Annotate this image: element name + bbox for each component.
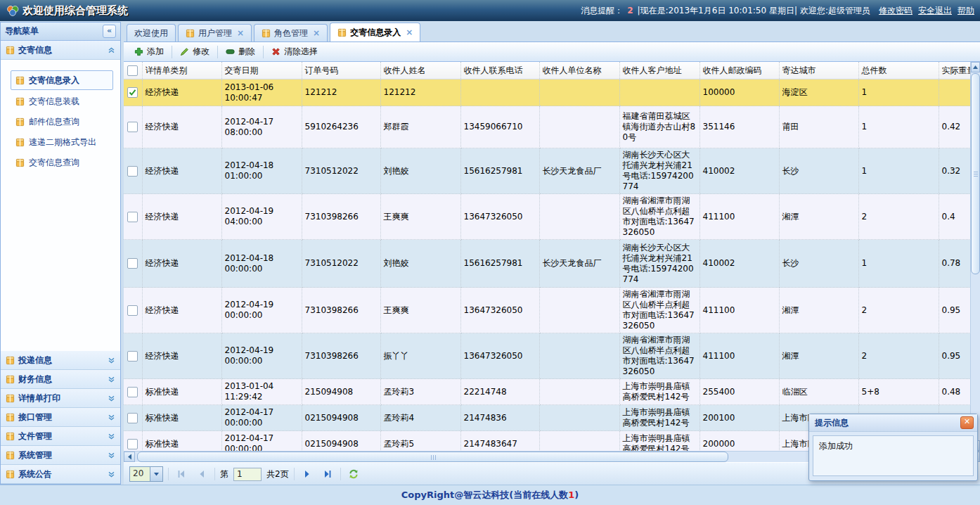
tab-close-icon[interactable]: × (406, 27, 413, 37)
row-checkbox[interactable] (127, 387, 138, 397)
package-icon (6, 356, 15, 365)
table-cell: 2012-04-17 08:00:00 (221, 106, 302, 148)
sidebar-item[interactable]: 邮件信息查询 (11, 113, 113, 131)
table-row[interactable]: 经济快递2012-04-19 04:00:007310398266王爽爽1364… (124, 194, 970, 240)
topbar-link[interactable]: 帮助 (958, 6, 974, 15)
popup-header[interactable]: 提示信息 ✕ (809, 414, 977, 432)
previous-page-button[interactable] (194, 466, 209, 482)
horizontal-scrollbar-thumb[interactable] (137, 452, 728, 462)
toolbar-button-add[interactable]: 添加 (128, 44, 170, 60)
table-cell: 215094908 (302, 379, 380, 405)
table-cell: 2 (858, 194, 939, 240)
grid-toolbar: 添加修改删除清除选择 (124, 42, 980, 62)
sidebar-item[interactable]: 交寄信息查询 (11, 153, 113, 172)
chevron-down-icon[interactable] (108, 452, 115, 459)
column-header[interactable]: 详情单类别 (142, 62, 221, 79)
column-header[interactable]: 实际重量 (939, 62, 970, 79)
column-header[interactable]: 收件人客户地址 (619, 62, 699, 79)
chevron-down-icon[interactable] (108, 357, 115, 364)
topbar-link[interactable]: 安全退出 (918, 6, 952, 15)
table-row[interactable]: 经济快递2012-04-18 00:00:007310512022刘艳姣1561… (124, 240, 970, 288)
table-row[interactable]: 经济快递2013-01-06 10:00:4712121212121210000… (124, 79, 970, 106)
message-count-badge[interactable]: 2 (627, 6, 633, 15)
row-checkbox[interactable] (127, 258, 138, 269)
chevron-down-icon[interactable] (108, 433, 115, 440)
column-header[interactable]: 订单号码 (302, 62, 380, 79)
scroll-up-icon[interactable] (971, 62, 980, 72)
column-header[interactable]: 交寄日期 (221, 62, 302, 79)
table-row[interactable]: 标准快递2013-01-04 11:29:42215094908孟玲莉32221… (124, 379, 970, 405)
close-icon[interactable]: ✕ (960, 416, 974, 429)
toolbar-button-delete[interactable]: 删除 (219, 44, 262, 60)
table-cell: 湖南省湘潭市雨湖区八仙桥半点利超市对面电话:13647326050 (619, 333, 699, 379)
chevron-down-icon[interactable] (108, 414, 115, 421)
table-cell: 湖南长沙天心区大托浦兴龙村兴浦21号电话:15974200774 (619, 148, 699, 194)
sidebar-item[interactable]: 交寄信息装载 (11, 92, 113, 110)
toolbar-button-clear-selection[interactable]: 清除选择 (265, 44, 324, 60)
sidebar-items: 交寄信息录入交寄信息装载邮件信息查询速递二期格式导出交寄信息查询 (1, 60, 120, 351)
row-checkbox[interactable] (127, 122, 138, 132)
chevron-up-icon[interactable] (108, 46, 115, 54)
tab-close-icon[interactable]: × (237, 28, 244, 38)
row-checkbox[interactable] (127, 87, 138, 98)
row-checkbox[interactable] (127, 439, 138, 449)
page-size-select[interactable]: 20 (129, 466, 163, 482)
scroll-left-icon[interactable] (124, 452, 135, 462)
sidebar-section-collapsed[interactable]: 系统公告 (1, 465, 120, 484)
vertical-scrollbar-thumb[interactable] (971, 73, 980, 274)
tab-close-icon[interactable]: × (313, 28, 320, 38)
last-page-button[interactable] (320, 466, 335, 482)
sidebar-section-collapsed[interactable]: 文件管理 (1, 427, 120, 446)
chevron-down-icon[interactable] (150, 467, 162, 481)
table-row[interactable]: 经济快递2012-04-19 00:00:007310398266振丫丫1364… (124, 333, 970, 379)
sidebar-item-label: 交寄信息录入 (29, 75, 79, 87)
sidebar-item[interactable]: 速递二期格式导出 (11, 133, 113, 151)
toolbar-button-label: 修改 (193, 46, 209, 58)
sidebar-item[interactable]: 交寄信息录入 (11, 70, 113, 90)
row-checkbox[interactable] (127, 413, 138, 423)
sidebar-section-expanded[interactable]: 交寄信息 (1, 41, 120, 60)
column-header[interactable]: 总件数 (858, 62, 939, 79)
table-row[interactable]: 经济快递2012-04-18 01:00:007310512022刘艳姣1561… (124, 148, 970, 194)
tab-item[interactable]: 用户管理× (178, 24, 252, 41)
next-page-button[interactable] (299, 466, 315, 482)
tab-item[interactable]: 角色管理× (254, 24, 328, 41)
table-cell: 0.95 (939, 333, 970, 379)
select-all-checkbox[interactable] (127, 65, 138, 76)
sidebar-item-label: 速递二期格式导出 (29, 136, 96, 148)
page-number-input[interactable] (233, 468, 262, 481)
topbar-link[interactable]: 修改密码 (879, 6, 913, 15)
table-row[interactable]: 经济快递2012-04-17 08:00:005910264236郑群霞1345… (124, 106, 970, 148)
table-cell: 13459066710 (460, 106, 539, 148)
refresh-icon[interactable] (346, 466, 361, 482)
sidebar-section-collapsed[interactable]: 系统管理 (1, 446, 120, 465)
tab-item[interactable]: 交寄信息录入× (330, 23, 420, 41)
sidebar-section-collapsed[interactable]: 接口管理 (1, 408, 120, 427)
table-cell: 410002 (699, 240, 779, 288)
row-checkbox[interactable] (127, 212, 138, 222)
chevron-down-icon[interactable] (108, 471, 115, 478)
sidebar-collapse-button[interactable]: « (103, 25, 116, 38)
sidebar-section-collapsed[interactable]: 详情单打印 (1, 389, 120, 408)
sidebar-section-collapsed[interactable]: 财务信息 (1, 370, 120, 389)
row-checkbox[interactable] (127, 166, 138, 177)
chevron-down-icon[interactable] (108, 395, 115, 402)
table-cell: 王爽爽 (380, 194, 460, 240)
first-page-button[interactable] (174, 466, 189, 482)
table-cell: 刘艳姣 (380, 240, 460, 288)
table-cell: 王爽爽 (380, 288, 460, 333)
column-header[interactable]: 收件人邮政编码 (699, 62, 779, 79)
vertical-scrollbar[interactable] (970, 62, 980, 451)
column-header[interactable]: 收件人姓名 (380, 62, 460, 79)
sidebar-section-collapsed[interactable]: 投递信息 (1, 351, 120, 370)
table-cell: 长沙天龙食品厂 (539, 240, 619, 288)
column-header[interactable]: 收件人单位名称 (539, 62, 619, 79)
column-header[interactable]: 寄达城市 (779, 62, 858, 79)
table-row[interactable]: 经济快递2012-04-19 00:00:007310398266王爽爽1364… (124, 288, 970, 333)
toolbar-button-edit[interactable]: 修改 (174, 44, 216, 60)
tab-item[interactable]: 欢迎使用 (127, 24, 176, 41)
row-checkbox[interactable] (127, 305, 138, 316)
chevron-down-icon[interactable] (108, 376, 115, 383)
row-checkbox[interactable] (127, 351, 138, 362)
column-header[interactable]: 收件人联系电话 (460, 62, 539, 79)
